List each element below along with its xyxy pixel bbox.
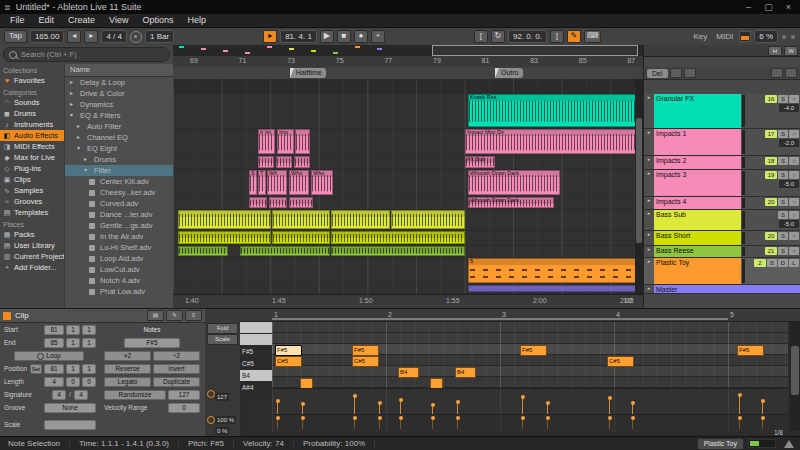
tree-item-dynamics[interactable]: ▸Dynamics <box>65 99 173 110</box>
clip-impacts-4[interactable] <box>249 197 267 208</box>
arm-button[interactable]: ○ <box>789 95 799 103</box>
sidebar-item-drums[interactable]: ◼Drums <box>0 108 64 119</box>
clip-bass-sub[interactable] <box>272 210 330 229</box>
legato-button[interactable]: Legato <box>104 377 151 387</box>
editor-vertical-scrollbar[interactable] <box>790 322 800 431</box>
velocity-marker[interactable] <box>521 395 525 399</box>
reverse-button[interactable]: Reverse <box>104 364 151 374</box>
chance-marker[interactable] <box>353 416 357 420</box>
clip-who[interactable]: Who <box>311 170 333 195</box>
chance-marker[interactable] <box>431 416 435 420</box>
arm-button[interactable]: ○ <box>789 247 799 255</box>
menu-edit[interactable]: Edit <box>32 14 62 27</box>
track-unfold-icon[interactable]: ▸ <box>644 246 654 257</box>
overview-viewport[interactable] <box>432 45 639 56</box>
clip-start-beat[interactable]: 1 <box>66 325 80 335</box>
midi-note-f-5[interactable]: F#5 <box>275 345 302 356</box>
sidebar-item-packs[interactable]: ▦Packs <box>0 229 64 240</box>
menu-options[interactable]: Options <box>135 14 180 27</box>
velocity-marker[interactable] <box>546 401 550 405</box>
midi-note[interactable] <box>300 378 313 388</box>
track-unfold-icon[interactable]: ▸ <box>644 231 654 245</box>
record-button[interactable]: ● <box>354 30 368 43</box>
clip-bass-reese[interactable] <box>331 246 465 256</box>
key-map-button[interactable]: Key <box>691 32 711 41</box>
optimize-width-button[interactable]: W <box>784 46 798 56</box>
clip-impacts-4[interactable] <box>269 197 287 208</box>
minimize-button[interactable]: – <box>741 0 756 14</box>
note-pitch-display[interactable]: F#5 <box>124 338 180 348</box>
clip-master[interactable] <box>468 285 638 292</box>
velocity-stem[interactable] <box>277 401 278 415</box>
piano-key[interactable] <box>240 322 272 334</box>
clip-t[interactable]: T <box>258 170 266 195</box>
clip-panel-tab-1[interactable]: ✎ <box>166 310 183 321</box>
clip-impacts-2[interactable] <box>258 156 274 168</box>
tempo-field[interactable]: 165.00 <box>30 30 64 43</box>
track-unfold-icon[interactable]: ▸ <box>644 94 654 128</box>
velocity-lane-toggle-icon[interactable] <box>207 390 215 398</box>
sidebar-item-instruments[interactable]: ♪Instruments <box>0 119 64 130</box>
clip-length-beat[interactable]: 0 <box>66 377 80 387</box>
play-button[interactable]: ▶ <box>320 30 334 43</box>
duplicate-button[interactable]: Duplicate <box>153 377 200 387</box>
nudge-up-button[interactable]: ▸ <box>84 30 98 43</box>
clip-length-sixteenth[interactable]: 0 <box>82 377 96 387</box>
chance-lane[interactable] <box>272 414 788 432</box>
arm-button[interactable]: ○ <box>789 211 799 219</box>
tree-item-lowcut-adv[interactable]: LowCut.adv <box>65 264 173 275</box>
chance-marker[interactable] <box>546 416 550 420</box>
tree-item-eq-filters[interactable]: ▾EQ & Filters <box>65 110 173 121</box>
midi-note-b4[interactable]: B4 <box>398 367 419 378</box>
tree-item-dance-ter-adv[interactable]: Dance ...ter.adv <box>65 209 173 220</box>
track-lane-granular-fx[interactable]: Knask Res <box>173 94 635 128</box>
clip-position-sixteenth[interactable]: 1 <box>82 364 96 374</box>
track-activator[interactable]: 17 <box>765 130 777 138</box>
lock-envelopes-icon[interactable] <box>785 68 797 78</box>
arm-button[interactable]: D <box>778 259 788 267</box>
expanded-icon[interactable]: ▾ <box>68 110 75 121</box>
locator-outro[interactable]: Outro <box>495 68 523 78</box>
clip-position-bar[interactable]: 81 <box>44 364 64 374</box>
chance-marker[interactable] <box>301 416 305 420</box>
midi-map-button[interactable]: MIDI <box>713 32 736 41</box>
note-grid[interactable]: F#5F#5F#5F#5C#5C#5C#5B4B4 <box>272 322 788 388</box>
collapsed-icon[interactable]: ▸ <box>82 154 89 165</box>
collapsed-icon[interactable]: ▸ <box>75 132 82 143</box>
clip-end-sixteenth[interactable]: 1 <box>82 338 96 348</box>
track-activator[interactable]: 16 <box>765 95 777 103</box>
clip-signature-numerator[interactable]: 4 <box>52 390 66 400</box>
tree-item-in-the-air-adv[interactable]: In the Air.adv <box>65 231 173 242</box>
clip-groove-chooser[interactable]: None <box>44 403 96 413</box>
clip-bass-sub[interactable] <box>391 210 465 229</box>
track-activator[interactable]: 19 <box>765 171 777 179</box>
punch-out-button[interactable]: ] <box>550 30 564 43</box>
time-signature-field[interactable]: 4 / 4 <box>101 30 127 43</box>
randomize-amount-field[interactable]: 127 <box>168 390 200 400</box>
solo-button[interactable]: S <box>778 211 788 219</box>
arm-button[interactable]: ○ <box>789 232 799 240</box>
sidebar-item-current-project[interactable]: ▥Current Project <box>0 251 64 262</box>
piano-key-a-4[interactable]: A#4 <box>240 382 272 394</box>
clip-bass-short[interactable] <box>272 231 330 244</box>
track-header-plastic-toy[interactable]: ▸Plastic Toy2SDL <box>644 258 800 285</box>
track-header-bass-short[interactable]: ▸Bass Short20S○ <box>644 231 800 246</box>
tree-item-gentle-gs-adv[interactable]: Gentle ...gs.adv <box>65 220 173 231</box>
clip-who[interactable]: Who <box>289 170 309 195</box>
track-unfold-icon[interactable]: ▸ <box>644 258 654 284</box>
collapsed-icon[interactable]: ▸ <box>68 88 75 99</box>
midi-note-c-5[interactable]: C#5 <box>275 356 302 367</box>
menu-file[interactable]: File <box>3 14 32 27</box>
clip-end-bar[interactable]: 85 <box>44 338 64 348</box>
track-activator[interactable]: 18 <box>765 157 777 165</box>
punch-in-button[interactable]: [ <box>474 30 488 43</box>
velocity-marker[interactable] <box>301 402 305 406</box>
sidebar-item-samples[interactable]: ∿Samples <box>0 185 64 196</box>
clip-bass-sub[interactable] <box>178 210 271 229</box>
overdub-button[interactable]: + <box>371 30 385 43</box>
velocity-marker[interactable] <box>276 399 280 403</box>
clip-impacts-1[interactable] <box>295 129 310 154</box>
clip-wh[interactable]: Wh <box>267 170 287 195</box>
tree-item-center-kill-adv[interactable]: Center Kill.adv <box>65 176 173 187</box>
velocity-stem[interactable] <box>522 397 523 415</box>
